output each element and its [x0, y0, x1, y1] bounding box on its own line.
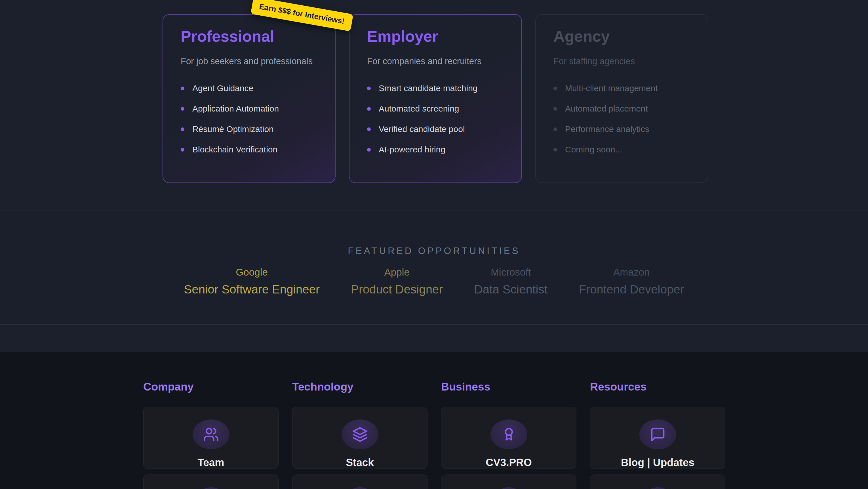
footer-section: Company Team Technology Stack	[0, 352, 868, 489]
plan-card-professional[interactable]: Professional For job seekers and profess…	[162, 14, 336, 183]
divider-band	[0, 324, 868, 352]
plan-feature: AI-powered hiring	[367, 145, 504, 154]
footer-card-partial[interactable]	[441, 474, 577, 489]
job-item-amazon[interactable]: Amazon Frontend Developer	[579, 266, 684, 296]
bullet-icon	[367, 148, 371, 151]
footer-card-label: Blog | Updates	[621, 457, 694, 468]
footer-card-label: Team	[198, 457, 224, 468]
bullet-icon	[181, 148, 184, 151]
plan-card-employer[interactable]: Employer For companies and recruiters Sm…	[349, 14, 522, 183]
feature-label: Automated screening	[379, 104, 459, 114]
plan-feature: Automated placement	[553, 105, 690, 113]
plan-feature: Application Automation	[181, 105, 317, 113]
bullet-icon	[553, 87, 557, 90]
circle-icon	[193, 487, 229, 489]
plan-feature: Smart candidate matching	[367, 84, 504, 92]
message-icon	[639, 420, 676, 449]
feature-label: Automated placement	[565, 104, 648, 114]
landing-page: Earn $$$ for Interviews! Professional Fo…	[0, 0, 868, 489]
footer-card-label: Stack	[346, 457, 374, 468]
footer-column-technology: Technology Stack	[292, 381, 428, 489]
users-icon	[193, 420, 229, 449]
job-role: Senior Software Engineer	[184, 283, 320, 296]
feature-label: Coming soon...	[565, 145, 622, 154]
footer-card-blog[interactable]: Blog | Updates	[590, 407, 725, 469]
layers-icon	[342, 420, 378, 449]
footer-column-resources: Resources Blog | Updates	[590, 381, 725, 489]
plan-feature: Résumé Optimization	[181, 125, 317, 134]
footer-column-heading: Technology	[292, 381, 428, 393]
plan-title: Agency	[553, 27, 690, 46]
job-company: Apple	[351, 266, 443, 278]
bullet-icon	[367, 87, 371, 90]
bullet-icon	[181, 107, 184, 111]
job-role: Frontend Developer	[579, 283, 684, 296]
footer-card-cv3pro[interactable]: CV3.PRO	[441, 407, 577, 469]
footer-card-label: CV3.PRO	[486, 457, 532, 468]
bullet-icon	[553, 148, 557, 151]
plan-feature: Blockchain Verification	[181, 145, 317, 154]
job-company: Microsoft	[474, 266, 548, 278]
footer-grid: Company Team Technology Stack	[143, 381, 725, 489]
footer-card-stack[interactable]: Stack	[292, 407, 428, 469]
circle-icon	[491, 487, 527, 489]
footer-column-heading: Company	[143, 381, 279, 393]
circle-icon	[639, 487, 676, 489]
footer-column-company: Company Team	[143, 381, 279, 489]
footer-card-team[interactable]: Team	[143, 407, 279, 469]
job-item-google[interactable]: Google Senior Software Engineer	[184, 266, 320, 296]
job-item-microsoft[interactable]: Microsoft Data Scientist	[474, 266, 548, 296]
footer-card-partial[interactable]	[143, 474, 279, 489]
feature-label: Application Automation	[192, 104, 279, 114]
feature-label: Verified candidate pool	[379, 124, 465, 134]
bullet-icon	[181, 87, 184, 90]
plan-subtitle: For job seekers and professionals	[181, 56, 317, 66]
plans-section: Earn $$$ for Interviews! Professional Fo…	[0, 0, 868, 210]
bullet-icon	[367, 127, 371, 131]
feature-label: Blockchain Verification	[192, 145, 277, 154]
plan-feature: Performance analytics	[553, 125, 690, 134]
plan-card-agency: Agency For staffing agencies Multi-clien…	[535, 14, 708, 183]
footer-column-business: Business CV3.PRO	[441, 381, 577, 489]
plan-feature: Automated screening	[367, 105, 504, 113]
feature-label: Multi-client management	[565, 83, 658, 93]
job-role: Product Designer	[351, 283, 443, 296]
plan-subtitle: For staffing agencies	[553, 56, 690, 66]
featured-heading: FEATURED OPPORTUNITIES	[0, 246, 868, 256]
job-role: Data Scientist	[474, 283, 548, 296]
feature-label: Résumé Optimization	[192, 124, 274, 134]
plan-title: Professional	[181, 27, 317, 46]
feature-label: Agent Guidance	[192, 83, 253, 93]
job-item-apple[interactable]: Apple Product Designer	[351, 266, 443, 296]
footer-card-partial[interactable]	[292, 474, 428, 489]
plan-subtitle: For companies and recruiters	[367, 56, 504, 66]
plan-cards-row: Professional For job seekers and profess…	[162, 14, 708, 183]
footer-card-partial[interactable]	[590, 474, 725, 489]
feature-label: Performance analytics	[565, 124, 649, 134]
featured-opportunities-section: FEATURED OPPORTUNITIES Google Senior Sof…	[0, 210, 868, 324]
job-company: Amazon	[579, 266, 684, 278]
feature-label: Smart candidate matching	[379, 83, 478, 93]
plan-feature: Verified candidate pool	[367, 125, 504, 134]
featured-jobs-row: Google Senior Software Engineer Apple Pr…	[0, 266, 868, 296]
award-icon	[491, 420, 527, 449]
bullet-icon	[553, 127, 557, 131]
plan-feature: Multi-client management	[553, 84, 690, 92]
plan-feature: Coming soon...	[553, 145, 690, 154]
footer-column-heading: Business	[441, 381, 577, 393]
bullet-icon	[553, 107, 557, 111]
bullet-icon	[367, 107, 371, 111]
plan-feature: Agent Guidance	[181, 84, 317, 92]
footer-column-heading: Resources	[590, 381, 725, 393]
bullet-icon	[181, 127, 184, 131]
plan-title: Employer	[367, 27, 504, 46]
circle-icon	[342, 487, 378, 489]
feature-label: AI-powered hiring	[379, 145, 445, 154]
job-company: Google	[184, 266, 320, 278]
